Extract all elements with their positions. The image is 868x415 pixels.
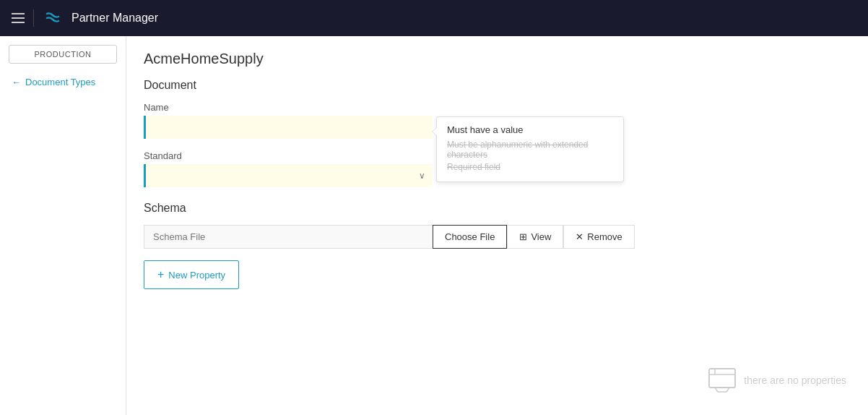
validation-item-2: Required field (447, 162, 613, 172)
app-title: Partner Manager (71, 12, 158, 25)
name-label: Name (144, 102, 851, 113)
main-layout: PRODUCTION ← Document Types AcmeHomeSupp… (0, 36, 868, 415)
no-properties-message: there are no properties (708, 367, 846, 393)
back-link-label: Document Types (25, 77, 95, 87)
name-field-group: Name Must have a value Must be alphanume… (144, 102, 851, 139)
standard-select-wrapper: ∨ (144, 164, 433, 187)
plus-icon: + (157, 268, 164, 281)
standard-select[interactable] (144, 164, 433, 187)
no-properties-text: there are no properties (744, 375, 846, 386)
document-section-heading: Document (144, 79, 851, 92)
page-title: AcmeHomeSupply (144, 51, 851, 67)
new-property-label: New Property (168, 270, 225, 281)
nav-divider (33, 9, 34, 27)
remove-button[interactable]: ✕ Remove (563, 225, 634, 249)
schema-file-input[interactable] (144, 225, 433, 249)
validation-item-1: Must be alphanumeric with extended chara… (447, 140, 613, 160)
new-property-button[interactable]: + New Property (144, 260, 239, 289)
view-button[interactable]: ⊞ View (507, 225, 563, 249)
schema-section-heading: Schema (144, 202, 851, 215)
schema-section: Schema Choose File ⊞ View ✕ Remove + New… (144, 202, 851, 289)
remove-label: Remove (587, 231, 622, 242)
top-nav: Partner Manager (0, 0, 868, 36)
sidebar: PRODUCTION ← Document Types (0, 36, 126, 415)
back-arrow-icon: ← (12, 77, 21, 87)
validation-tooltip: Must have a value Must be alphanumeric w… (436, 116, 624, 182)
choose-file-button[interactable]: Choose File (433, 225, 507, 249)
no-properties-icon (708, 367, 737, 393)
name-input[interactable] (144, 116, 433, 139)
schema-file-row: Choose File ⊞ View ✕ Remove (144, 225, 851, 249)
view-icon: ⊞ (519, 231, 527, 242)
env-tab[interactable]: PRODUCTION (9, 45, 117, 64)
svg-rect-0 (709, 369, 735, 388)
document-section: Document Name Must have a value Must be … (144, 79, 851, 187)
validation-title: Must have a value (447, 124, 613, 135)
view-label: View (531, 231, 551, 242)
remove-icon: ✕ (576, 231, 583, 242)
hamburger-menu[interactable] (12, 13, 25, 23)
sidebar-back-nav[interactable]: ← Document Types (0, 69, 126, 95)
app-logo (43, 8, 63, 28)
content-area: AcmeHomeSupply Document Name Must have a… (126, 36, 868, 415)
